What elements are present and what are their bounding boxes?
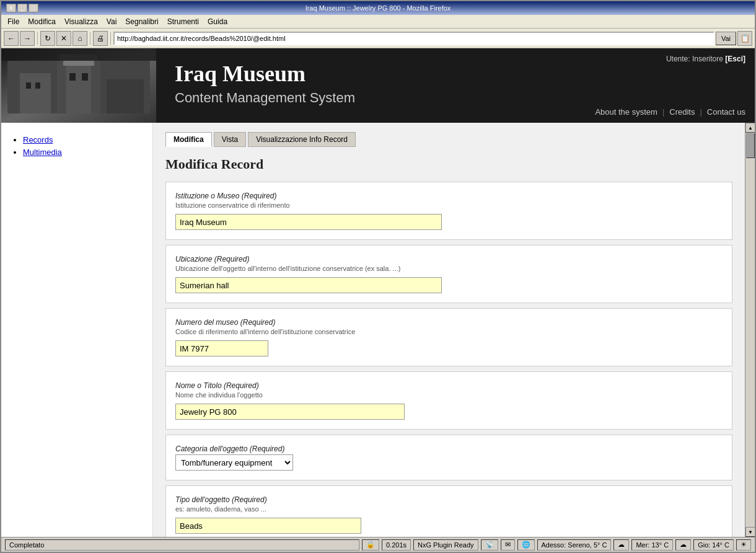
field-section-istituzione: Istituzione o Museo (Required) Istituzio… — [165, 182, 732, 240]
site-subtitle: Content Management System — [175, 90, 567, 106]
svg-rect-13 — [1, 48, 156, 61]
field-section-numero: Numero del museo (Required) Codice di ri… — [165, 308, 732, 366]
svg-rect-9 — [26, 82, 31, 89]
status-bar: Completato 🔒 0.201s NxG Plugin Ready 📡 ✉… — [1, 537, 755, 552]
field-section-tipo: Tipo dell'oggetto (Required) es: amuleto… — [165, 485, 732, 537]
contact-link[interactable]: Contact us — [707, 107, 745, 117]
status-weather1: Adesso: Sereno, 5° C — [537, 539, 612, 551]
multimedia-link[interactable]: Multimedia — [23, 148, 62, 157]
status-icon3: ✉ — [501, 539, 515, 551]
header-text-area: Iraq Museum Content Management System — [156, 48, 586, 123]
numero-input[interactable] — [175, 340, 268, 356]
address-bar — [113, 32, 714, 45]
field-label-ubicazione: Ubicazione (Required) — [175, 255, 723, 263]
credits-link[interactable]: Credits — [669, 107, 695, 117]
nav-links: About the system | Credits | Contact us — [595, 107, 745, 117]
toolbar-separator3 — [110, 32, 111, 45]
status-icon5: ☁ — [613, 539, 629, 551]
exit-link[interactable]: [Esci] — [725, 55, 745, 63]
status-completato: Completato — [5, 539, 359, 551]
status-plugin: NxG Plugin Ready — [413, 539, 478, 551]
scroll-thumb[interactable] — [746, 133, 755, 158]
svg-rect-5 — [107, 79, 144, 113]
site-header: Iraq Museum Content Management System Ut… — [1, 48, 755, 123]
address-input[interactable] — [113, 32, 714, 45]
svg-rect-12 — [82, 73, 88, 81]
istituzione-input[interactable] — [175, 214, 442, 230]
stop-button[interactable]: ✕ — [56, 31, 71, 46]
status-icon6: ☁ — [675, 539, 691, 551]
menu-bar: File Modifica Visualizza Vai Segnalibri … — [1, 15, 755, 29]
title-bar: ✕ _ □ Iraq Museum :: Jewelry PG 800 - Mo… — [1, 1, 755, 15]
window-title: Iraq Museum :: Jewelry PG 800 - Mozilla … — [43, 4, 713, 12]
menu-segnalibri[interactable]: Segnalibri — [121, 16, 162, 27]
about-link[interactable]: About the system — [595, 107, 657, 117]
menu-strumenti[interactable]: Strumenti — [164, 16, 203, 27]
status-weather3: Gio: 14° C — [693, 539, 734, 551]
svg-rect-10 — [35, 82, 40, 89]
back-button[interactable]: ← — [4, 31, 19, 46]
field-desc-istituzione: Istituzione conservatrice di riferimento — [175, 201, 723, 209]
field-section-nome: Nome o Titolo (Required) Nome che indivi… — [165, 371, 732, 430]
ubicazione-input[interactable] — [175, 277, 442, 293]
field-desc-numero: Codice di riferimento all'interno dell'i… — [175, 328, 723, 335]
svg-rect-8 — [66, 66, 91, 113]
tabs-bar: Modifica Vista Visualizzazione Info Reco… — [165, 132, 732, 147]
nome-input[interactable] — [175, 404, 405, 420]
home-button[interactable]: ⌂ — [73, 31, 87, 46]
menu-file[interactable]: File — [4, 16, 23, 27]
vertical-scrollbar[interactable]: ▲ ▼ — [745, 123, 755, 537]
header-right: Utente: Inseritore [Esci] About the syst… — [586, 48, 755, 123]
records-link[interactable]: Records — [23, 135, 53, 144]
field-label-categoria: Categoria dell'oggetto (Required) — [175, 445, 723, 453]
categoria-select[interactable]: Tomb/funerary equipmentJewelrySculptureO… — [175, 454, 293, 471]
site-title: Iraq Museum — [175, 61, 567, 87]
menu-modifica[interactable]: Modifica — [24, 16, 59, 27]
sidebar-item-records: Records — [23, 135, 143, 144]
field-label-nome: Nome o Titolo (Required) — [175, 381, 723, 390]
scroll-up-button[interactable]: ▲ — [745, 123, 755, 133]
page-body: Records Multimedia Modifica Vista Visual… — [1, 123, 745, 537]
go-button[interactable]: Vai — [716, 32, 736, 45]
page-wrapper: Iraq Museum Content Management System Ut… — [1, 48, 755, 537]
forward-button[interactable]: → — [20, 31, 35, 46]
tab-modifica[interactable]: Modifica — [165, 132, 212, 147]
status-icon7: ☀ — [736, 539, 751, 551]
toolbar-separator — [37, 32, 38, 45]
bookmarks-button[interactable]: 📋 — [737, 31, 752, 46]
toolbar: ← → ↻ ✕ ⌂ 🖨 Vai 📋 — [1, 29, 755, 48]
sidebar-list: Records Multimedia — [11, 135, 143, 157]
field-section-categoria: Categoria dell'oggetto (Required) Tomb/f… — [165, 435, 732, 480]
status-weather2: Mer: 13° C — [631, 539, 673, 551]
field-label-istituzione: Istituzione o Museo (Required) — [175, 192, 723, 200]
status-load-time: 0.201s — [382, 539, 411, 551]
status-icon2: 📡 — [481, 539, 498, 551]
status-icon4: 🌐 — [517, 539, 535, 551]
header-logo — [1, 48, 156, 123]
menu-vai[interactable]: Vai — [103, 16, 120, 27]
tab-visualizzazione[interactable]: Visualizzazione Info Record — [248, 132, 356, 147]
form-area: Modifica Vista Visualizzazione Info Reco… — [153, 123, 745, 537]
tipo-input[interactable] — [175, 518, 361, 534]
reload-button[interactable]: ↻ — [40, 31, 55, 46]
main-scroll-area: Records Multimedia Modifica Vista Visual… — [1, 123, 755, 537]
field-desc-nome: Nome che individua l'oggetto — [175, 391, 723, 399]
tab-vista[interactable]: Vista — [214, 132, 246, 147]
menu-visualizza[interactable]: Visualizza — [61, 16, 102, 27]
scroll-down-button[interactable]: ▼ — [745, 527, 755, 537]
browser-window: ✕ _ □ Iraq Museum :: Jewelry PG 800 - Mo… — [0, 0, 756, 553]
logo-svg — [1, 48, 156, 123]
logo-image — [1, 48, 156, 123]
user-info: Utente: Inseritore [Esci] — [666, 55, 745, 63]
status-icon-panel: 🔒 — [362, 539, 379, 551]
close-button[interactable]: ✕ — [6, 4, 16, 12]
field-desc-tipo: es: amuleto, diadema, vaso ... — [175, 505, 723, 513]
field-section-ubicazione: Ubicazione (Required) Ubicazione dell'og… — [165, 245, 732, 303]
scroll-track[interactable] — [745, 133, 755, 527]
maximize-button[interactable]: □ — [29, 4, 38, 12]
print-button[interactable]: 🖨 — [93, 31, 108, 46]
page-title: Modifica Record — [165, 156, 732, 172]
minimize-button[interactable]: _ — [17, 4, 27, 12]
svg-rect-7 — [63, 61, 94, 66]
menu-guida[interactable]: Guida — [204, 16, 231, 27]
